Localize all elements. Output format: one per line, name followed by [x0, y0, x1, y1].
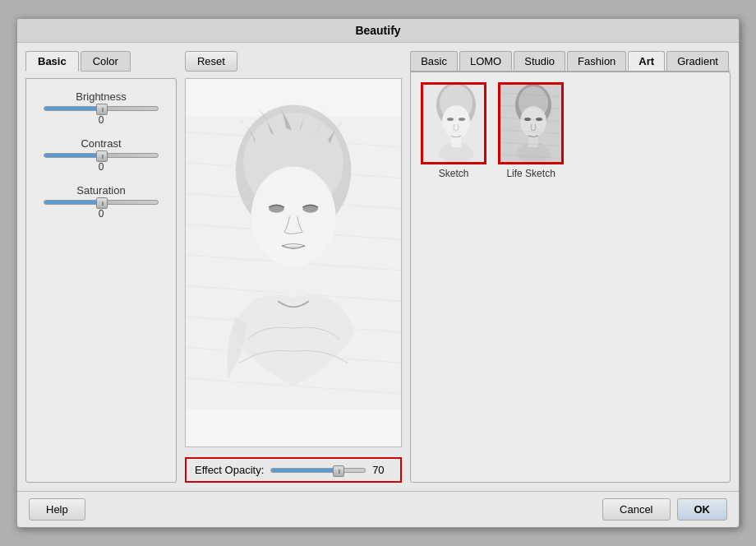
svg-point-12 [251, 166, 336, 266]
contrast-thumb[interactable] [96, 150, 108, 162]
adjustments-panel: Brightness 0 Contrast 0 [25, 78, 177, 483]
opacity-value: 70 [372, 464, 392, 476]
filter-tab-lomo[interactable]: LOMO [459, 51, 512, 71]
cancel-button[interactable]: Cancel [602, 498, 670, 521]
contrast-slider[interactable] [44, 153, 159, 158]
opacity-slider[interactable] [270, 468, 366, 473]
opacity-label: Effect Opacity: [195, 464, 264, 476]
brightness-thumb[interactable] [96, 104, 108, 115]
tab-color[interactable]: Color [81, 51, 131, 72]
filter-item-sketch[interactable]: Sketch [421, 82, 486, 179]
brightness-slider[interactable] [44, 106, 159, 111]
filter-sketch-label: Sketch [439, 168, 469, 179]
svg-rect-22 [451, 137, 461, 147]
opacity-bar: Effect Opacity: 70 [185, 457, 402, 483]
beautify-dialog: Beautify Basic Color Brightness 0 [16, 18, 740, 528]
saturation-value: 0 [99, 208, 104, 220]
title-text: Beautify [355, 24, 400, 37]
filter-tab-studio[interactable]: Studio [514, 51, 565, 71]
saturation-label: Saturation [76, 184, 125, 197]
svg-point-19 [442, 105, 470, 138]
filter-tab-basic[interactable]: Basic [410, 51, 458, 71]
contrast-fill [44, 154, 101, 157]
filter-tabs: Basic LOMO Studio Fashion Art Gradient [410, 51, 731, 72]
bottom-bar: Help Cancel OK [17, 491, 739, 527]
life-sketch-thumbnail [500, 85, 564, 164]
action-buttons: Cancel OK [602, 498, 727, 521]
filter-item-life-sketch[interactable]: Life Sketch [498, 82, 564, 179]
contrast-label: Contrast [81, 137, 121, 150]
svg-rect-15 [282, 266, 305, 297]
opacity-thumb[interactable] [333, 465, 344, 477]
filter-life-sketch-label: Life Sketch [506, 168, 555, 179]
saturation-group: Saturation 0 [39, 184, 163, 220]
filter-thumb-sketch[interactable] [421, 82, 486, 164]
saturation-fill [44, 201, 101, 204]
svg-rect-29 [528, 137, 538, 147]
help-button[interactable]: Help [29, 498, 85, 521]
brightness-value: 0 [99, 114, 104, 126]
middle-panel: Reset [185, 51, 402, 483]
ok-button[interactable]: OK [677, 498, 728, 521]
right-panel: Basic LOMO Studio Fashion Art Gradient [410, 51, 731, 483]
svg-point-28 [536, 118, 542, 121]
svg-point-21 [459, 118, 465, 121]
opacity-fill [271, 469, 337, 472]
contrast-group: Contrast 0 [39, 137, 163, 173]
portrait-svg [186, 79, 401, 447]
left-tabs: Basic Color [25, 51, 177, 72]
left-panel: Basic Color Brightness 0 Contrast [25, 51, 177, 483]
sketch-thumbnail [423, 85, 486, 164]
filter-tab-fashion[interactable]: Fashion [567, 51, 626, 71]
filter-thumb-life-sketch[interactable] [498, 82, 564, 164]
saturation-slider[interactable] [44, 200, 159, 205]
portrait-container [186, 79, 401, 447]
brightness-group: Brightness 0 [39, 90, 163, 126]
saturation-thumb[interactable] [96, 197, 108, 209]
brightness-fill [44, 107, 101, 110]
tab-basic[interactable]: Basic [25, 51, 79, 72]
dialog-body: Basic Color Brightness 0 Contrast [17, 43, 739, 491]
preview-area [185, 78, 402, 447]
dialog-title: Beautify [17, 19, 739, 43]
filter-tab-gradient[interactable]: Gradient [666, 51, 729, 71]
brightness-label: Brightness [76, 90, 126, 103]
contrast-value: 0 [99, 161, 104, 173]
reset-button[interactable]: Reset [185, 51, 237, 72]
filter-content: Sketch [410, 72, 731, 483]
filter-tab-art[interactable]: Art [628, 51, 665, 71]
svg-point-20 [447, 118, 454, 121]
